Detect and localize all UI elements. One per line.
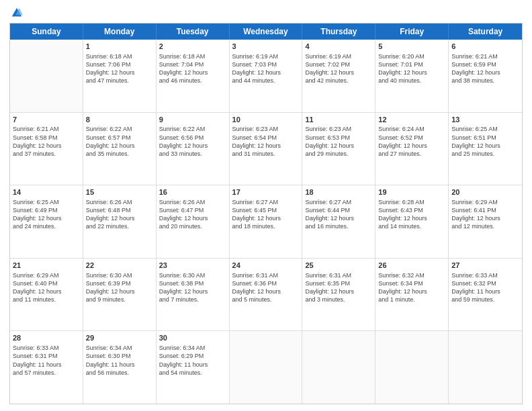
cell-content: Sunrise: 6:31 AM Sunset: 6:36 PM Dayligh… [232, 271, 300, 304]
calendar-header: SundayMondayTuesdayWednesdayThursdayFrid… [10, 24, 522, 40]
day-number: 12 [378, 115, 445, 125]
calendar-cell: 27Sunrise: 6:33 AM Sunset: 6:32 PM Dayli… [449, 259, 522, 331]
header-day-saturday: Saturday [449, 24, 522, 40]
cell-content: Sunrise: 6:29 AM Sunset: 6:40 PM Dayligh… [13, 271, 80, 304]
calendar-cell [449, 331, 522, 404]
calendar-cell [230, 331, 303, 404]
calendar-cell: 10Sunrise: 6:23 AM Sunset: 6:54 PM Dayli… [230, 113, 303, 185]
day-number: 30 [159, 333, 226, 343]
cell-content: Sunrise: 6:26 AM Sunset: 6:48 PM Dayligh… [86, 198, 153, 231]
calendar-cell: 25Sunrise: 6:31 AM Sunset: 6:35 PM Dayli… [302, 259, 375, 331]
calendar-cell: 22Sunrise: 6:30 AM Sunset: 6:39 PM Dayli… [83, 259, 157, 331]
day-number: 13 [451, 115, 519, 125]
day-number: 23 [159, 261, 226, 271]
cell-content: Sunrise: 6:25 AM Sunset: 6:49 PM Dayligh… [13, 198, 80, 231]
calendar-cell: 2Sunrise: 6:18 AM Sunset: 7:04 PM Daylig… [157, 40, 230, 112]
calendar-cell: 17Sunrise: 6:27 AM Sunset: 6:45 PM Dayli… [230, 185, 303, 258]
calendar-cell: 29Sunrise: 6:34 AM Sunset: 6:30 PM Dayli… [83, 331, 157, 404]
cell-content: Sunrise: 6:28 AM Sunset: 6:43 PM Dayligh… [378, 198, 445, 231]
page: SundayMondayTuesdayWednesdayThursdayFrid… [0, 0, 532, 411]
calendar-cell: 18Sunrise: 6:27 AM Sunset: 6:44 PM Dayli… [302, 185, 375, 258]
cell-content: Sunrise: 6:20 AM Sunset: 7:01 PM Dayligh… [378, 52, 445, 85]
day-number: 4 [305, 42, 372, 52]
calendar-cell: 13Sunrise: 6:25 AM Sunset: 6:51 PM Dayli… [449, 113, 522, 185]
calendar-row: 28Sunrise: 6:33 AM Sunset: 6:31 PM Dayli… [10, 331, 522, 404]
calendar-cell: 26Sunrise: 6:32 AM Sunset: 6:34 PM Dayli… [375, 259, 449, 331]
header-day-monday: Monday [83, 24, 157, 40]
calendar-cell [375, 331, 449, 404]
cell-content: Sunrise: 6:19 AM Sunset: 7:02 PM Dayligh… [305, 52, 372, 85]
calendar-cell: 12Sunrise: 6:24 AM Sunset: 6:52 PM Dayli… [375, 113, 449, 185]
cell-content: Sunrise: 6:33 AM Sunset: 6:32 PM Dayligh… [451, 271, 519, 304]
cell-content: Sunrise: 6:24 AM Sunset: 6:52 PM Dayligh… [378, 125, 445, 158]
calendar-cell: 8Sunrise: 6:22 AM Sunset: 6:57 PM Daylig… [83, 113, 157, 185]
day-number: 28 [13, 333, 80, 343]
cell-content: Sunrise: 6:22 AM Sunset: 6:57 PM Dayligh… [86, 125, 153, 158]
calendar-row: 21Sunrise: 6:29 AM Sunset: 6:40 PM Dayli… [10, 259, 522, 332]
calendar-cell: 14Sunrise: 6:25 AM Sunset: 6:49 PM Dayli… [10, 185, 83, 258]
day-number: 7 [13, 115, 80, 125]
cell-content: Sunrise: 6:18 AM Sunset: 7:06 PM Dayligh… [86, 52, 153, 85]
logo-text [9, 7, 23, 19]
logo-icon [11, 7, 23, 19]
header-day-wednesday: Wednesday [230, 24, 303, 40]
calendar-cell: 4Sunrise: 6:19 AM Sunset: 7:02 PM Daylig… [302, 40, 375, 112]
day-number: 20 [451, 187, 519, 197]
calendar-cell: 9Sunrise: 6:22 AM Sunset: 6:56 PM Daylig… [157, 113, 230, 185]
day-number: 14 [13, 187, 80, 197]
calendar-cell: 28Sunrise: 6:33 AM Sunset: 6:31 PM Dayli… [10, 331, 83, 404]
day-number: 27 [451, 261, 519, 271]
cell-content: Sunrise: 6:26 AM Sunset: 6:47 PM Dayligh… [159, 198, 226, 231]
cell-content: Sunrise: 6:23 AM Sunset: 6:53 PM Dayligh… [305, 125, 372, 158]
calendar-cell: 16Sunrise: 6:26 AM Sunset: 6:47 PM Dayli… [157, 185, 230, 258]
day-number: 21 [13, 261, 80, 271]
day-number: 5 [378, 42, 445, 52]
cell-content: Sunrise: 6:29 AM Sunset: 6:41 PM Dayligh… [451, 198, 519, 231]
day-number: 16 [159, 187, 226, 197]
day-number: 10 [232, 115, 300, 125]
cell-content: Sunrise: 6:30 AM Sunset: 6:38 PM Dayligh… [159, 271, 226, 304]
day-number: 17 [232, 187, 300, 197]
calendar-row: 7Sunrise: 6:21 AM Sunset: 6:58 PM Daylig… [10, 113, 522, 186]
calendar-row: 14Sunrise: 6:25 AM Sunset: 6:49 PM Dayli… [10, 185, 522, 259]
calendar-cell: 1Sunrise: 6:18 AM Sunset: 7:06 PM Daylig… [83, 40, 157, 112]
cell-content: Sunrise: 6:31 AM Sunset: 6:35 PM Dayligh… [305, 271, 372, 304]
calendar-cell: 19Sunrise: 6:28 AM Sunset: 6:43 PM Dayli… [375, 185, 449, 258]
calendar: SundayMondayTuesdayWednesdayThursdayFrid… [9, 23, 523, 404]
cell-content: Sunrise: 6:34 AM Sunset: 6:29 PM Dayligh… [159, 344, 226, 377]
day-number: 9 [159, 115, 226, 125]
day-number: 26 [378, 261, 445, 271]
calendar-cell: 15Sunrise: 6:26 AM Sunset: 6:48 PM Dayli… [83, 185, 157, 258]
calendar-cell: 5Sunrise: 6:20 AM Sunset: 7:01 PM Daylig… [375, 40, 449, 112]
day-number: 15 [86, 187, 153, 197]
calendar-row: 1Sunrise: 6:18 AM Sunset: 7:06 PM Daylig… [10, 40, 522, 113]
header [9, 7, 523, 19]
cell-content: Sunrise: 6:33 AM Sunset: 6:31 PM Dayligh… [13, 344, 80, 377]
day-number: 24 [232, 261, 300, 271]
cell-content: Sunrise: 6:23 AM Sunset: 6:54 PM Dayligh… [232, 125, 300, 158]
day-number: 29 [86, 333, 153, 343]
calendar-cell: 23Sunrise: 6:30 AM Sunset: 6:38 PM Dayli… [157, 259, 230, 331]
cell-content: Sunrise: 6:30 AM Sunset: 6:39 PM Dayligh… [86, 271, 153, 304]
cell-content: Sunrise: 6:22 AM Sunset: 6:56 PM Dayligh… [159, 125, 226, 158]
calendar-cell: 11Sunrise: 6:23 AM Sunset: 6:53 PM Dayli… [302, 113, 375, 185]
calendar-cell [302, 331, 375, 404]
day-number: 8 [86, 115, 153, 125]
cell-content: Sunrise: 6:21 AM Sunset: 6:58 PM Dayligh… [13, 125, 80, 158]
calendar-cell: 20Sunrise: 6:29 AM Sunset: 6:41 PM Dayli… [449, 185, 522, 258]
header-day-thursday: Thursday [302, 24, 375, 40]
calendar-cell: 21Sunrise: 6:29 AM Sunset: 6:40 PM Dayli… [10, 259, 83, 331]
day-number: 18 [305, 187, 372, 197]
day-number: 1 [86, 42, 153, 52]
day-number: 11 [305, 115, 372, 125]
cell-content: Sunrise: 6:18 AM Sunset: 7:04 PM Dayligh… [159, 52, 226, 85]
calendar-cell: 6Sunrise: 6:21 AM Sunset: 6:59 PM Daylig… [449, 40, 522, 112]
cell-content: Sunrise: 6:32 AM Sunset: 6:34 PM Dayligh… [378, 271, 445, 304]
day-number: 22 [86, 261, 153, 271]
day-number: 3 [232, 42, 300, 52]
cell-content: Sunrise: 6:27 AM Sunset: 6:44 PM Dayligh… [305, 198, 372, 231]
logo [9, 7, 23, 19]
calendar-body: 1Sunrise: 6:18 AM Sunset: 7:06 PM Daylig… [10, 40, 522, 404]
cell-content: Sunrise: 6:25 AM Sunset: 6:51 PM Dayligh… [451, 125, 519, 158]
calendar-cell: 3Sunrise: 6:19 AM Sunset: 7:03 PM Daylig… [230, 40, 303, 112]
